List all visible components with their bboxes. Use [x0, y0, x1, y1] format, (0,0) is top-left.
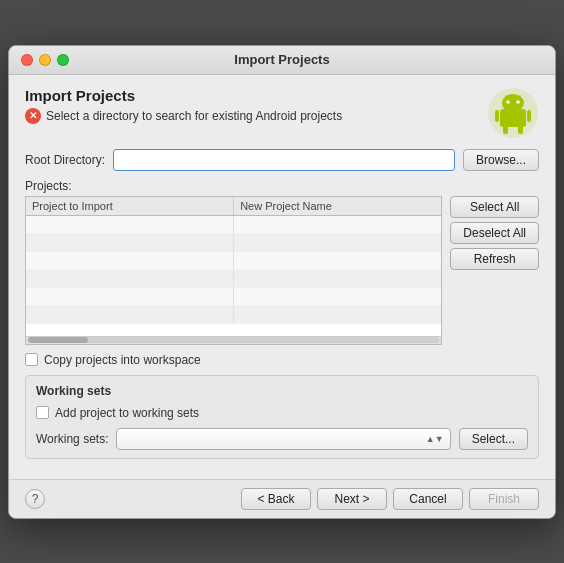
dialog-content: Import Projects ✕ Select a directory to …	[9, 75, 555, 479]
titlebar: Import Projects	[9, 46, 555, 75]
scrollbar[interactable]	[26, 336, 441, 344]
working-sets-dropdown[interactable]: ▲▼	[116, 428, 450, 450]
import-dialog: Import Projects Import Projects ✕ Select…	[8, 45, 556, 519]
svg-point-3	[506, 100, 510, 104]
table-row	[26, 252, 441, 270]
svg-rect-9	[503, 126, 508, 134]
minimize-button[interactable]	[39, 54, 51, 66]
svg-rect-8	[527, 110, 531, 122]
col-project-to-import: Project to Import	[26, 197, 234, 215]
dialog-title: Import Projects	[25, 87, 342, 104]
working-sets-group: Working sets Add project to working sets…	[25, 375, 539, 459]
deselect-all-button[interactable]: Deselect All	[450, 222, 539, 244]
refresh-button[interactable]: Refresh	[450, 248, 539, 270]
maximize-button[interactable]	[57, 54, 69, 66]
header-left: Import Projects ✕ Select a directory to …	[25, 87, 342, 124]
svg-point-4	[516, 100, 520, 104]
error-message: Select a directory to search for existin…	[46, 109, 342, 123]
working-sets-input-row: Working sets: ▲▼ Select...	[36, 428, 528, 450]
copy-projects-checkbox[interactable]	[25, 353, 38, 366]
svg-rect-7	[495, 110, 499, 122]
android-logo	[487, 87, 539, 139]
help-button[interactable]: ?	[25, 489, 45, 509]
working-sets-title: Working sets	[36, 384, 528, 398]
add-to-working-sets-label: Add project to working sets	[55, 406, 199, 420]
header-row: Import Projects ✕ Select a directory to …	[25, 87, 539, 139]
add-to-working-sets-checkbox[interactable]	[36, 406, 49, 419]
window-title: Import Projects	[234, 52, 329, 67]
scrollbar-track	[28, 337, 439, 343]
col-new-project-name: New Project Name	[234, 197, 441, 215]
projects-label: Projects:	[25, 179, 539, 193]
cancel-button[interactable]: Cancel	[393, 488, 463, 510]
dropdown-arrow-icon: ▲▼	[426, 434, 444, 444]
back-button[interactable]: < Back	[241, 488, 311, 510]
svg-point-2	[502, 94, 524, 112]
table-row	[26, 288, 441, 306]
table-body[interactable]	[26, 216, 441, 336]
projects-table: Project to Import New Project Name	[25, 196, 442, 345]
error-icon: ✕	[25, 108, 41, 124]
table-row	[26, 234, 441, 252]
select-button[interactable]: Select...	[459, 428, 528, 450]
footer: ? < Back Next > Cancel Finish	[9, 479, 555, 518]
table-row	[26, 270, 441, 288]
root-dir-label: Root Directory:	[25, 153, 105, 167]
copy-projects-row: Copy projects into workspace	[25, 353, 539, 367]
working-sets-label: Working sets:	[36, 432, 108, 446]
browse-button[interactable]: Browse...	[463, 149, 539, 171]
finish-button[interactable]: Finish	[469, 488, 539, 510]
table-row	[26, 306, 441, 324]
copy-projects-label: Copy projects into workspace	[44, 353, 201, 367]
projects-area: Project to Import New Project Name	[25, 196, 539, 345]
select-all-button[interactable]: Select All	[450, 196, 539, 218]
close-button[interactable]	[21, 54, 33, 66]
root-dir-input[interactable]	[113, 149, 455, 171]
table-row	[26, 216, 441, 234]
error-row: ✕ Select a directory to search for exist…	[25, 108, 342, 124]
table-header: Project to Import New Project Name	[26, 197, 441, 216]
svg-rect-10	[518, 126, 523, 134]
footer-buttons: < Back Next > Cancel Finish	[241, 488, 539, 510]
root-directory-row: Root Directory: Browse...	[25, 149, 539, 171]
next-button[interactable]: Next >	[317, 488, 387, 510]
action-buttons: Select All Deselect All Refresh	[450, 196, 539, 345]
scrollbar-thumb	[28, 337, 88, 343]
window-controls	[21, 54, 69, 66]
add-to-working-sets-row: Add project to working sets	[36, 406, 528, 420]
